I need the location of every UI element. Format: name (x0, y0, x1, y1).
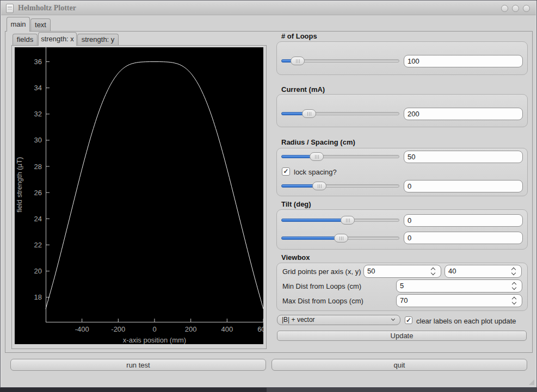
spin-down-icon[interactable] (431, 271, 435, 275)
max-dist-label: Max Dist from Loops (cm) (282, 297, 363, 305)
strength-x-plot[interactable]: 18202224262830323436-400-2000200400600x-… (15, 47, 263, 344)
tilt-x-input[interactable] (404, 214, 523, 227)
grid-x-spinbox[interactable]: 50 (363, 265, 441, 278)
slider-handle[interactable] (334, 234, 348, 242)
resize-grip[interactable] (529, 379, 534, 385)
slider-handle[interactable] (312, 182, 326, 190)
clear-labels-checkbox[interactable]: ✓ (405, 316, 412, 324)
spin-down-icon[interactable] (511, 271, 516, 275)
chevron-down-icon (391, 317, 395, 321)
min-dist-spinbox[interactable]: 5 (396, 279, 522, 293)
svg-text:32: 32 (34, 110, 42, 118)
update-button[interactable]: Update (277, 331, 527, 341)
svg-text:28: 28 (34, 163, 42, 171)
current-slider[interactable] (281, 109, 399, 118)
svg-text:20: 20 (34, 267, 42, 275)
loops-section-label: # of Loops (281, 32, 317, 40)
svg-text:600: 600 (257, 325, 263, 333)
window-title: Helmholtz Plotter (18, 4, 76, 13)
svg-text:-200: -200 (111, 325, 125, 333)
svg-text:-400: -400 (75, 325, 89, 333)
radius-slider[interactable] (281, 152, 399, 161)
tilt-x-slider[interactable] (281, 216, 399, 225)
tilt-y-input[interactable] (404, 232, 523, 244)
spin-down-icon[interactable] (512, 300, 516, 304)
slider-handle[interactable] (310, 152, 324, 161)
grid-y-value: 40 (448, 267, 456, 275)
plot-mode-value: |B| + vector (282, 316, 315, 323)
titlebar[interactable]: Helmholtz Plotter (1, 1, 536, 15)
min-dist-label: Min Dist from Loops (cm) (282, 282, 361, 290)
slider-handle[interactable] (291, 57, 305, 65)
slider-fill (281, 219, 348, 222)
svg-text:400: 400 (221, 325, 233, 333)
subtab-strength-y[interactable]: strength: y (77, 34, 119, 45)
tilt-section-label: Tilt (deg) (281, 200, 311, 208)
grid-y-spinbox[interactable]: 40 (445, 265, 522, 278)
current-input[interactable] (404, 108, 523, 120)
loops-input[interactable] (404, 55, 523, 67)
svg-text:18: 18 (34, 293, 42, 301)
svg-text:34: 34 (34, 84, 42, 92)
quit-button[interactable]: quit (271, 359, 527, 371)
spin-arrows[interactable] (512, 282, 517, 291)
current-section-label: Current (mA) (281, 85, 325, 94)
max-dist-spinbox[interactable]: 70 (396, 294, 522, 307)
clear-labels-label: clear labels on each plot update (416, 317, 516, 325)
plot-mode-dropdown[interactable]: |B| + vector (277, 315, 400, 325)
grid-points-label: Grid points per axis (x, y) (282, 267, 361, 276)
spacing-slider[interactable] (281, 182, 399, 190)
slider-handle[interactable] (302, 109, 316, 118)
window-icon (6, 4, 14, 13)
lock-spacing-label: lock spacing? (294, 168, 337, 176)
field-strength-chart[interactable]: 18202224262830323436-400-2000200400600x-… (15, 47, 263, 344)
subtab-fields[interactable]: fields (13, 34, 38, 45)
radius-input[interactable] (404, 151, 523, 163)
run-test-button[interactable]: run test (10, 359, 266, 371)
spin-arrows[interactable] (512, 296, 517, 306)
loops-slider[interactable] (281, 57, 399, 65)
app-window: Helmholtz Plotter main text fields stren… (0, 0, 537, 388)
slider-fill (281, 237, 341, 240)
spin-down-icon[interactable] (512, 285, 516, 290)
svg-text:30: 30 (34, 136, 42, 144)
svg-text:26: 26 (34, 189, 42, 197)
svg-text:200: 200 (185, 325, 197, 333)
svg-text:24: 24 (34, 215, 42, 223)
svg-text:0: 0 (152, 325, 156, 333)
slider-handle[interactable] (341, 216, 355, 225)
tilt-y-slider[interactable] (281, 234, 399, 242)
svg-text:field strength (µT): field strength (µT) (15, 157, 23, 213)
max-dist-value: 70 (400, 296, 408, 304)
spin-arrows[interactable] (431, 267, 436, 276)
maximize-button[interactable] (512, 5, 519, 12)
radius-section-label: Radius / Spacing (cm) (281, 138, 355, 146)
desktop-edge (0, 388, 537, 392)
close-button[interactable] (523, 5, 530, 12)
svg-text:x-axis position (mm): x-axis position (mm) (123, 336, 186, 344)
lock-spacing-checkbox[interactable]: ✓ (282, 167, 290, 176)
grid-x-value: 50 (367, 267, 375, 275)
subtab-strength-x[interactable]: strength: x (38, 32, 77, 46)
svg-text:22: 22 (34, 241, 42, 249)
spin-arrows[interactable] (511, 267, 517, 276)
min-dist-value: 5 (400, 282, 404, 290)
viewbox-section-label: Viewbox (281, 253, 310, 262)
tab-text[interactable]: text (30, 18, 51, 31)
tab-main[interactable]: main (7, 17, 30, 32)
minimize-button[interactable] (501, 5, 508, 12)
svg-text:36: 36 (34, 58, 42, 66)
spacing-input[interactable] (404, 180, 523, 192)
